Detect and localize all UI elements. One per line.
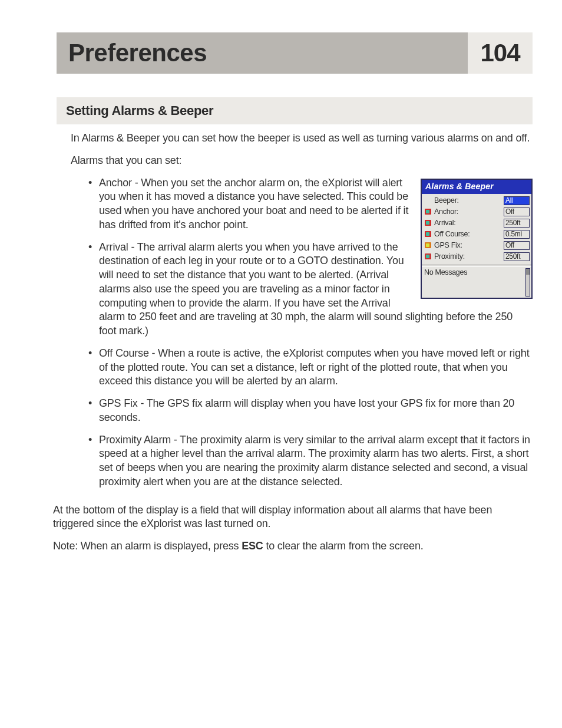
page-header: Preferences 104 [57,32,533,74]
page-number: 104 [480,39,520,67]
bottom-paragraph: At the bottom of the display is a field … [53,503,533,532]
page-number-box: 104 [468,32,533,74]
bullet-anchor: Anchor - When you set the anchor alarm o… [88,176,533,232]
note-post: to clear the alarm from the screen. [263,540,424,552]
intro-paragraph: In Alarms & Beeper you can set how the b… [71,131,533,146]
header-title-box: Preferences [57,32,468,74]
bullet-arrival: Arrival - The arrival alarm alerts you w… [88,241,533,338]
note-paragraph: Note: When an alarm is displayed, press … [53,539,533,554]
bullet-offcourse: Off Course - When a route is active, the… [88,347,533,388]
page: Preferences 104 Setting Alarms & Beeper … [0,0,562,728]
bullet-list: Anchor - When you set the anchor alarm o… [88,176,533,489]
section-heading-bar: Setting Alarms & Beeper [57,97,533,124]
bullet-area: Alarms & Beeper Beeper: All Anchor: Off [71,176,533,498]
bullet-proximity: Proximity Alarm - The proximity alarm is… [88,433,533,489]
alarms-lead: Alarms that you can set: [71,154,533,168]
section-title: Setting Alarms & Beeper [66,103,213,118]
bullet-gpsfix: GPS Fix - The GPS fix alarm will display… [88,397,533,425]
page-title: Preferences [68,39,207,67]
note-esc: ESC [242,540,263,552]
note-pre: Note: When an alarm is displayed, press [53,540,242,552]
content-area: In Alarms & Beeper you can set how the b… [71,131,533,554]
